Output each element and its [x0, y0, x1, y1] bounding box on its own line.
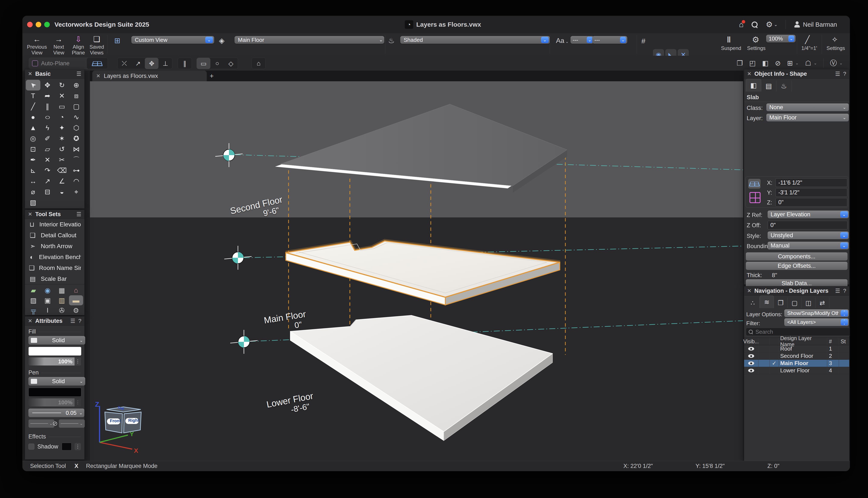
toolset-item-north-arrow[interactable]: ➣ North Arrow [25, 241, 84, 251]
protractor-tool[interactable]: ◒ [55, 186, 69, 197]
tab-data[interactable]: ▤ [761, 80, 776, 92]
components-button[interactable]: Components... [746, 252, 847, 261]
select-similar-tool[interactable]: ✪ [69, 133, 84, 144]
tab-classes[interactable]: ∴ [746, 298, 760, 308]
class-dropdown[interactable]: None⌄ [766, 104, 849, 111]
lower-floor-marker[interactable] [230, 330, 258, 354]
main-floor-slab[interactable] [286, 241, 560, 305]
search-field[interactable]: Search [746, 328, 850, 336]
zoff-field[interactable]: 0" [768, 221, 847, 230]
document-tab[interactable]: ✕ Layers as Floors.vwx [92, 70, 207, 81]
text-tool[interactable]: T [26, 91, 40, 101]
previous-view-button[interactable]: ← PreviousView [26, 35, 48, 55]
cube-right-label[interactable]: Right [127, 418, 140, 423]
bounding-dropdown[interactable]: Manual⌄ [768, 242, 849, 249]
visibility-eye-icon[interactable] [748, 369, 754, 372]
roof-slab[interactable] [275, 104, 567, 193]
interactive-scale-mode-button[interactable]: ⊥ [158, 58, 172, 69]
layers-icon[interactable]: ◈ [219, 36, 225, 45]
zoom-tool[interactable]: ⊕ [69, 80, 84, 91]
tool-sets-header[interactable]: ✕ Tool Sets ☰ [25, 210, 84, 219]
polyline-tool[interactable]: ϟ [40, 122, 55, 133]
view-plane-icon[interactable]: ⊞ [114, 36, 120, 45]
rounded-rectangle-tool[interactable]: ▢ [69, 101, 84, 112]
palette-menu-icon[interactable]: ☰ [76, 70, 81, 77]
help-icon[interactable]: ? [843, 288, 846, 294]
tab-render[interactable]: ♨ [776, 80, 792, 92]
eraser-tool[interactable]: ⌫ [55, 165, 69, 176]
home-notification-icon[interactable]: ⌂ [739, 20, 744, 29]
visibility-eye-icon[interactable] [748, 362, 754, 365]
active-layer-dropdown[interactable]: Main Floor⌄ [234, 36, 384, 44]
palette-menu-icon[interactable]: ☰ [835, 70, 840, 77]
clip-cube-icon[interactable]: ◰ [749, 59, 756, 67]
name-column-header[interactable]: Design Layer Name [779, 338, 827, 345]
cube-top-label[interactable]: Top [117, 406, 124, 411]
tape-measure-tool[interactable]: ⊟ [40, 186, 55, 197]
scale-ruler-icon[interactable]: ╱ [805, 36, 810, 44]
help-icon[interactable]: ? [78, 318, 81, 324]
machine-design-toolset[interactable]: ⚙ [69, 305, 83, 315]
marquee-reshape-tool[interactable]: ⊡ [26, 144, 40, 155]
freehand-tool[interactable]: ∿ [69, 112, 84, 122]
toolset-item-elevation-benchmark[interactable]: ◐ Elevation Benchm... [25, 251, 84, 262]
mirror-tool[interactable]: ⋈ [69, 144, 84, 155]
toolset-item-room-name-simple[interactable]: ❏ Room Name Simple [25, 262, 84, 273]
single-select-mode-button[interactable]: ↗ [131, 58, 145, 69]
close-icon[interactable]: ✕ [28, 318, 32, 324]
knife-tool[interactable]: ✒ [26, 155, 40, 165]
view-dropdown[interactable]: Custom View⌄ [131, 36, 214, 44]
zoom-window-button[interactable] [44, 22, 50, 27]
extract-tool[interactable]: ⧈ [69, 91, 84, 101]
radial-dim-tool[interactable]: ⌀ [26, 186, 40, 197]
second-floor-marker[interactable] [215, 143, 243, 167]
polygon-marquee-button[interactable]: ◇ [224, 58, 238, 69]
pen-opacity-slider[interactable]: 100% ⋮ [28, 398, 81, 406]
shadow-checkbox[interactable] [28, 444, 34, 449]
hide-clip-icon[interactable]: ⊘ [775, 59, 781, 67]
tab-shape[interactable]: ◧ [746, 79, 761, 92]
constrained-dim-tool[interactable]: ↔ [26, 176, 40, 186]
center-mark-tool[interactable]: ⌖ [69, 186, 84, 197]
fill-color-well[interactable] [28, 347, 81, 356]
snap-settings-gear-icon[interactable]: ⚙ [752, 36, 759, 44]
object-info-header[interactable]: ✕ Object Info - Shape ☰ ? [744, 69, 849, 79]
suspend-snapping-icon[interactable]: ‖ [727, 36, 731, 44]
screen-plane-button[interactable] [748, 179, 761, 188]
locus-tool[interactable]: ✕ [55, 91, 69, 101]
close-icon[interactable]: ✕ [747, 288, 751, 294]
text-size-dropdown[interactable]: ---⌄ [592, 36, 627, 44]
new-tab-button[interactable]: + [205, 70, 218, 81]
dims-notes-toolset[interactable]: ▬ [69, 295, 83, 305]
drag-handle-mode-button[interactable]: ∥ [178, 58, 192, 69]
palette-menu-icon[interactable]: ☰ [76, 211, 81, 218]
close-window-button[interactable] [27, 22, 33, 27]
layer-row-second-floor[interactable]: Second Floor 2 [744, 353, 849, 360]
circle-tool[interactable]: ● [26, 112, 40, 122]
new-viewport-icon[interactable]: ⊞ [787, 59, 793, 67]
close-tab-icon[interactable]: ✕ [96, 73, 100, 79]
tab-references[interactable]: ⇄ [815, 298, 829, 308]
user-account-button[interactable]: Neil Barman [794, 21, 837, 28]
line-weight-dropdown[interactable]: 0.05 ⌄ [28, 409, 84, 417]
line-style-start-dropdown[interactable]: ⌄ [28, 419, 54, 428]
view-cube[interactable] [100, 406, 141, 449]
selection-tool[interactable]: ➤ [26, 80, 40, 91]
basic-palette-header[interactable]: ✕ Basic ☰ [25, 69, 84, 79]
layer-options-dropdown[interactable]: Show/Snap/Modify Others⌃⌄ [784, 310, 849, 317]
spiral-tool[interactable]: ◎ [26, 133, 40, 144]
chamfer-tool[interactable]: ⊾ [26, 165, 40, 176]
ghost-visibility-icon[interactable]: ☖ [805, 59, 811, 67]
kebab-icon[interactable]: ⋮ [75, 443, 81, 450]
auto-plane-toggle[interactable]: Auto-Plane [29, 57, 91, 69]
plumbing-toolset[interactable]: ╦ [26, 305, 41, 315]
zref-dropdown[interactable]: Layer Elevation⌄ [768, 211, 849, 218]
settings-menu-button[interactable]: ⚙⌄ [766, 20, 777, 29]
style-column-header[interactable]: St [839, 338, 849, 345]
close-icon[interactable]: ✕ [747, 71, 751, 77]
working-plane-grid-icon[interactable] [750, 192, 761, 203]
rotate-tool[interactable]: ↺ [55, 144, 69, 155]
saved-views-button[interactable]: ❏ SavedViews [86, 35, 107, 55]
star-polygon-tool[interactable]: ✦ [55, 122, 69, 133]
unlink-markers-icon[interactable]: ⊘ [52, 420, 58, 427]
